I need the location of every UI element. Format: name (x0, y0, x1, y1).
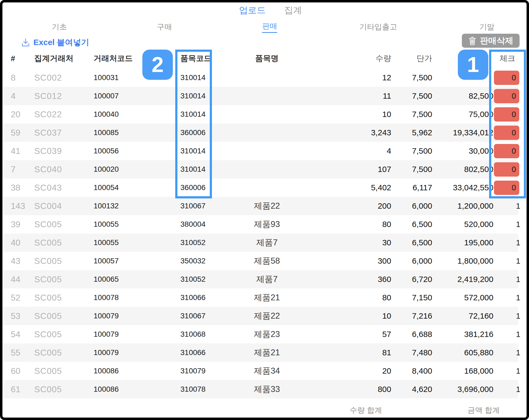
row-number: 43 (11, 256, 34, 266)
partner-code-cell: 100020 (94, 165, 180, 174)
nav-purchase[interactable]: 구매 (157, 22, 172, 32)
col-header-partner: 집계거래처 (34, 53, 94, 64)
check-cell: 1 (493, 252, 521, 270)
table-row[interactable]: 40 SC005 100055 310052 제품7 30 6,500 195,… (0, 233, 518, 252)
price-cell: 6,500 (391, 238, 432, 247)
check-value[interactable]: 1 (516, 275, 521, 284)
row-number: 39 (11, 219, 34, 229)
table-row[interactable]: 55 SC005 100079 310066 제품21 81 7,480 605… (0, 343, 518, 362)
qty-cell: 20 (297, 366, 391, 376)
qty-cell: 3,243 (297, 128, 391, 137)
qty-cell: 81 (297, 348, 391, 357)
table-row[interactable]: 39 SC005 100055 380004 제품93 80 6,500 520… (0, 215, 518, 233)
check-value[interactable]: 0 (494, 181, 519, 195)
amount-cell: 168,000 (432, 366, 493, 376)
amount-cell: 195,000 (432, 238, 493, 247)
tab-aggregate[interactable]: 집계 (284, 4, 302, 16)
partner-code-cell: 100007 (94, 92, 180, 100)
table-row[interactable]: 60 SC005 100086 310079 제품34 20 8,400 168… (0, 362, 518, 380)
check-value[interactable]: 0 (494, 71, 519, 85)
check-value[interactable]: 1 (516, 385, 521, 394)
excel-paste-button[interactable]: Excel 붙여넣기 (20, 37, 89, 48)
table-row[interactable]: 54 SC005 100079 310068 제품23 57 6,688 381… (0, 325, 518, 343)
col-header-item-code: 품목코드 (180, 53, 237, 64)
qty-cell: 107 (297, 165, 391, 174)
check-value[interactable]: 1 (516, 238, 521, 247)
check-value[interactable]: 0 (494, 144, 519, 158)
tab-upload[interactable]: 업로드 (239, 4, 266, 16)
item-code-cell: 310014 (180, 92, 237, 100)
check-value[interactable]: 1 (516, 348, 521, 357)
partner-code-cell: 100132 (94, 202, 180, 210)
item-name-cell: 제품23 (237, 329, 297, 340)
partner-code-cell: 100055 (94, 238, 180, 247)
price-cell: 7,480 (391, 348, 432, 357)
step-badge-2: 2 (142, 50, 173, 80)
table-row[interactable]: 52 SC005 100078 310066 제품21 80 7,150 572… (0, 288, 518, 307)
partner-cell: SC004 (34, 201, 94, 211)
delete-sales-button[interactable]: 판매삭제 (462, 34, 520, 48)
nav-sales[interactable]: 판매 (262, 21, 277, 33)
item-code-cell: 360006 (180, 128, 237, 137)
item-code-cell: 310067 (180, 312, 237, 320)
table-row[interactable]: 43 SC005 100057 350032 제품58 300 6,000 1,… (0, 252, 518, 270)
check-value[interactable]: 1 (516, 367, 521, 376)
check-value[interactable]: 1 (516, 220, 521, 229)
price-cell: 7,216 (391, 311, 432, 321)
price-cell: 6,117 (391, 183, 432, 192)
check-cell: 0 (493, 178, 521, 197)
qty-cell: 30 (297, 238, 391, 247)
check-value[interactable]: 0 (494, 162, 519, 177)
partner-code-cell: 100054 (94, 183, 180, 192)
table-row[interactable]: 7 SC040 100020 310014 107 7,500 802,500 … (0, 160, 518, 178)
partner-code-cell: 100065 (94, 275, 180, 284)
item-code-cell: 310014 (180, 147, 237, 155)
check-value[interactable]: 1 (516, 312, 521, 321)
item-name-cell: 제품22 (237, 200, 297, 212)
price-cell: 6,720 (391, 275, 432, 284)
check-value[interactable]: 1 (516, 202, 521, 211)
table-row[interactable]: 44 SC005 100065 310052 제품7 360 6,720 2,4… (0, 270, 518, 288)
check-cell: 1 (493, 215, 521, 233)
table-row[interactable]: 59 SC037 100085 360006 3,243 5,962 19,33… (0, 123, 518, 142)
check-value[interactable]: 0 (494, 107, 519, 122)
item-code-cell: 310014 (180, 110, 237, 119)
table-row[interactable]: 41 SC039 100056 310014 4 7,500 30,000 0 (0, 142, 518, 160)
price-cell: 8,400 (391, 366, 432, 376)
partner-cell: SC005 (34, 329, 94, 339)
nav-ending[interactable]: 기말 (479, 22, 494, 32)
table-row[interactable]: 4 SC012 100007 310014 11 7,500 82,500 0 (0, 87, 518, 105)
row-number: 60 (11, 366, 34, 376)
check-cell: 1 (493, 233, 521, 252)
check-value[interactable]: 1 (516, 330, 521, 339)
partner-cell: SC005 (34, 238, 94, 248)
check-value[interactable]: 1 (516, 257, 521, 266)
check-cell: 1 (493, 343, 521, 362)
nav-etc-inout[interactable]: 기타입출고 (359, 22, 397, 32)
check-value[interactable]: 0 (494, 126, 519, 140)
item-name-cell: 제품93 (237, 219, 297, 230)
check-value[interactable]: 0 (494, 89, 519, 103)
table-row[interactable]: 53 SC005 100079 310067 제품22 10 7,216 72,… (0, 307, 518, 325)
amount-cell: 33,042,550 (432, 183, 493, 192)
price-cell: 6,688 (391, 330, 432, 339)
table-row[interactable]: 38 SC043 100054 360006 5,402 6,117 33,04… (0, 178, 518, 197)
table-row[interactable]: 143 SC004 100132 310067 제품22 200 6,000 1… (0, 197, 518, 215)
item-name-cell: 제품7 (237, 274, 297, 285)
qty-cell: 12 (297, 73, 391, 82)
partner-cell: SC002 (34, 73, 94, 83)
col-header-price: 단가 (391, 53, 432, 64)
table-row[interactable]: 20 SC022 100040 310014 10 7,500 75,000 0 (0, 105, 518, 123)
amount-cell: 381,216 (432, 330, 493, 339)
check-value[interactable]: 1 (516, 293, 521, 302)
partner-cell: SC005 (34, 384, 94, 394)
table-row[interactable]: 61 SC005 100086 310078 제품33 800 4,620 3,… (0, 380, 518, 398)
amount-cell: 72,160 (432, 311, 493, 321)
nav-basis[interactable]: 기초 (52, 22, 67, 32)
table-row[interactable]: 8 SC002 100031 310014 12 7,500 0 (0, 68, 518, 87)
partner-cell: SC043 (34, 183, 94, 193)
price-cell: 7,500 (391, 91, 432, 101)
row-number: 8 (11, 73, 34, 83)
trash-icon (468, 36, 477, 45)
partner-code-cell: 100085 (94, 128, 180, 137)
